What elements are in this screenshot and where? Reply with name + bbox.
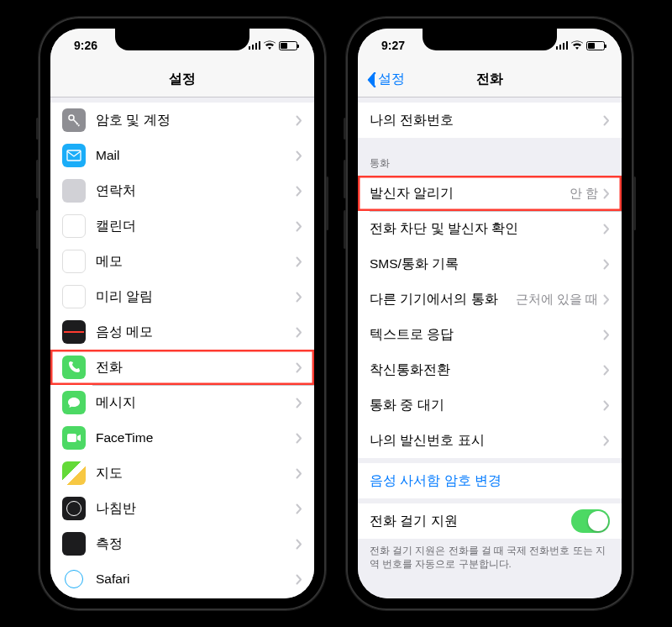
gray-icon <box>62 179 86 203</box>
chevron-right-icon <box>296 433 302 444</box>
phone-setting-row-3[interactable]: 다른 기기에서의 통화근처에 있을 때 <box>358 282 622 317</box>
row-value: 근처에 있을 때 <box>516 292 598 308</box>
settings-row-mail[interactable]: Mail <box>50 138 314 173</box>
compass-icon <box>62 497 86 520</box>
nav-bar: 설정 전화 <box>358 62 622 97</box>
phone-setting-row-4[interactable]: 텍스트로 응답 <box>358 317 622 352</box>
safari-icon <box>62 567 86 591</box>
svg-rect-2 <box>67 434 76 442</box>
row-label: 음성 사서함 암호 변경 <box>370 472 610 490</box>
row-label: 전화 걸기 지원 <box>370 513 571 530</box>
chevron-right-icon <box>296 256 302 267</box>
settings-row-measure[interactable]: 측정 <box>50 526 314 561</box>
chevron-right-icon <box>603 188 610 199</box>
chevron-right-icon <box>296 574 302 585</box>
row-label: 발신자 알리기 <box>370 185 570 203</box>
chevron-right-icon <box>603 329 610 340</box>
settings-row-notes[interactable]: 메모 <box>50 244 314 279</box>
notch <box>115 29 249 50</box>
phone-setting-row-2[interactable]: SMS/통화 기록 <box>358 246 622 282</box>
phone-setting-row-7[interactable]: 나의 발신번호 표시 <box>358 423 622 458</box>
mute-switch <box>36 118 39 140</box>
phone-left: 9:26 설정 암호 및 계정Mail연락처캘린더메모미리 알림음성 메모전화메… <box>39 17 326 610</box>
battery-icon <box>586 41 605 50</box>
row-label: 측정 <box>96 535 296 553</box>
phone-setting-row-5[interactable]: 착신통화전환 <box>358 352 622 387</box>
settings-row-phone[interactable]: 전화 <box>50 350 314 385</box>
row-label: Safari <box>96 572 296 587</box>
page-title: 설정 <box>50 71 314 88</box>
mail-icon <box>62 144 86 167</box>
phone-setting-row-1[interactable]: 전화 차단 및 발신자 확인 <box>358 211 622 246</box>
chevron-right-icon <box>296 115 302 126</box>
row-label: 텍스트로 응답 <box>370 326 603 344</box>
phone-right: 9:27 설정 전화 나의 전화번호통화발신자 알리기안 함전화 차단 및 발신… <box>346 17 633 610</box>
chevron-right-icon <box>296 468 302 479</box>
row-label: FaceTime <box>96 430 296 445</box>
chevron-right-icon <box>603 400 610 411</box>
screen-left: 9:26 설정 암호 및 계정Mail연락처캘린더메모미리 알림음성 메모전화메… <box>50 29 314 598</box>
chevron-right-icon <box>603 435 610 446</box>
measure-icon <box>62 532 86 556</box>
battery-icon <box>279 41 297 50</box>
phone-setting-row-6[interactable]: 통화 중 대기 <box>358 387 622 423</box>
row-label: 메모 <box>96 253 296 271</box>
notes-icon <box>62 250 86 273</box>
chevron-right-icon <box>603 259 610 270</box>
remind-icon <box>62 285 86 308</box>
settings-row-voice[interactable]: 음성 메모 <box>50 314 314 350</box>
dial-assist-row[interactable]: 전화 걸기 지원 <box>358 503 622 539</box>
settings-row-key[interactable]: 암호 및 계정 <box>50 103 314 138</box>
row-label: Mail <box>96 148 296 163</box>
row-label: 미리 알림 <box>96 288 296 306</box>
volume-down <box>344 210 346 249</box>
chevron-right-icon <box>296 292 302 303</box>
settings-row-ft[interactable]: FaceTime <box>50 420 314 456</box>
settings-row-safari[interactable]: Safari <box>50 561 314 597</box>
voice-icon <box>62 320 86 344</box>
settings-row-remind[interactable]: 미리 알림 <box>50 279 314 314</box>
settings-list[interactable]: 암호 및 계정Mail연락처캘린더메모미리 알림음성 메모전화메시지FaceTi… <box>50 97 314 598</box>
row-label: 통화 중 대기 <box>370 397 603 414</box>
settings-row-compass[interactable]: 나침반 <box>50 491 314 526</box>
chevron-right-icon <box>296 221 302 232</box>
my-number-row[interactable]: 나의 전화번호 <box>358 103 622 138</box>
msg-icon <box>62 391 86 414</box>
row-label: 지도 <box>96 465 296 482</box>
power-button <box>326 177 328 230</box>
back-button[interactable]: 설정 <box>366 71 405 88</box>
chevron-right-icon <box>296 398 302 408</box>
settings-row-stocks[interactable]: 주식 <box>50 597 314 598</box>
status-time: 9:26 <box>74 39 97 52</box>
phone-settings-list[interactable]: 나의 전화번호통화발신자 알리기안 함전화 차단 및 발신자 확인SMS/통화 … <box>358 97 622 598</box>
settings-row-maps[interactable]: 지도 <box>50 456 314 491</box>
wifi-icon <box>264 39 276 52</box>
chevron-right-icon <box>296 327 302 338</box>
chevron-right-icon <box>603 115 610 126</box>
ft-icon <box>62 426 86 450</box>
row-label: 연락처 <box>96 182 296 200</box>
screen-right: 9:27 설정 전화 나의 전화번호통화발신자 알리기안 함전화 차단 및 발신… <box>358 29 622 598</box>
settings-row-cal[interactable]: 캘린더 <box>50 208 314 244</box>
settings-row-msg[interactable]: 메시지 <box>50 385 314 420</box>
row-label: 메시지 <box>96 394 296 412</box>
settings-row-gray[interactable]: 연락처 <box>50 173 314 208</box>
status-time: 9:27 <box>381 39 405 52</box>
footer-note: 전화 걸기 지원은 전화를 걸 때 국제 전화번호 또는 지역 번호를 자동으로… <box>358 539 622 582</box>
notch <box>423 29 557 50</box>
cellular-signal-icon <box>249 41 261 50</box>
back-label: 설정 <box>378 71 405 88</box>
dial-assist-toggle[interactable] <box>571 509 610 533</box>
mute-switch <box>344 118 346 140</box>
voicemail-password-row[interactable]: 음성 사서함 암호 변경 <box>358 463 622 498</box>
chevron-right-icon <box>296 362 302 373</box>
row-label: 음성 메모 <box>96 324 296 341</box>
phone-setting-row-0[interactable]: 발신자 알리기안 함 <box>358 176 622 211</box>
row-value: 안 함 <box>570 186 598 202</box>
row-label: 나의 발신번호 표시 <box>370 432 603 450</box>
power-button <box>633 177 636 230</box>
volume-up <box>36 160 39 198</box>
row-label: 캘린더 <box>96 218 296 235</box>
chevron-right-icon <box>296 503 302 514</box>
chevron-right-icon <box>603 365 610 376</box>
